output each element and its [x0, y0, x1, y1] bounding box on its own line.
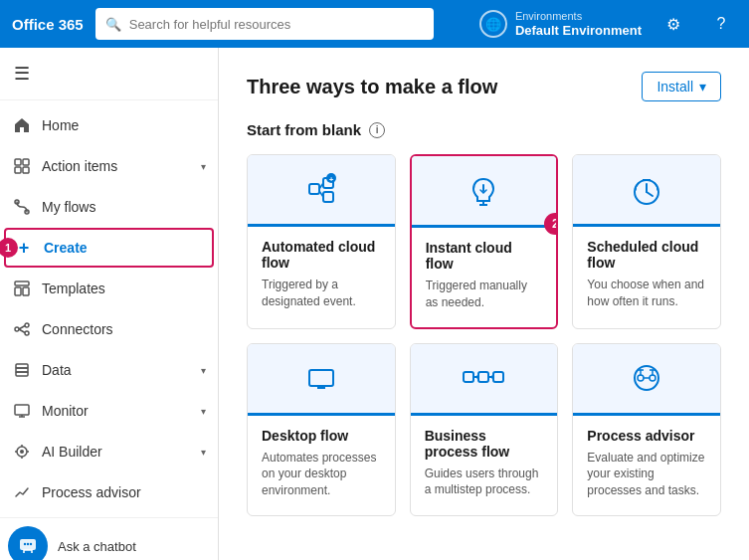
header-right: 🌐 Environments Default Environment ⚙ ?	[479, 8, 737, 40]
hamburger-button[interactable]: ☰	[4, 56, 40, 92]
info-icon[interactable]: i	[369, 122, 385, 138]
instant-card-top: 2	[412, 156, 557, 228]
svg-point-56	[650, 375, 655, 381]
scheduled-card-top	[573, 155, 720, 227]
install-button[interactable]: Install ▾	[642, 72, 721, 101]
sidebar-item-my-flows[interactable]: My flows	[4, 187, 214, 227]
help-button[interactable]: ?	[705, 8, 737, 40]
instant-card-title: Instant cloud flow	[426, 240, 543, 272]
data-chevron: ▾	[201, 365, 206, 376]
sidebar-item-ai-builder-label: AI Builder	[42, 444, 191, 460]
search-input[interactable]	[129, 17, 424, 32]
app-header: Office 365 🔍 🌐 Environments Default Envi…	[0, 0, 749, 48]
sidebar-item-ai-builder[interactable]: AI Builder ▾	[4, 432, 214, 471]
desktop-card-desc: Automates processes on your desktop envi…	[262, 450, 381, 499]
flow-card-desktop[interactable]: Desktop flow Automates processes on your…	[247, 343, 396, 516]
sidebar-item-data[interactable]: Data ▾	[4, 350, 214, 390]
monitor-chevron: ▾	[201, 406, 206, 417]
sidebar-item-monitor[interactable]: Monitor ▾	[4, 391, 214, 431]
search-bar[interactable]: 🔍	[95, 8, 434, 40]
ai-builder-icon	[12, 442, 32, 462]
sidebar-item-process-advisor[interactable]: Process advisor	[4, 472, 214, 512]
scheduled-card-body: Scheduled cloud flow You choose when and…	[573, 239, 720, 310]
svg-line-42	[647, 192, 653, 196]
action-items-icon	[12, 156, 32, 176]
svg-line-13	[19, 329, 25, 333]
business-process-card-body: Business process flow Guides users throu…	[411, 428, 558, 499]
svg-point-21	[20, 450, 24, 454]
svg-rect-1	[23, 159, 29, 165]
sidebar-item-home-label: Home	[42, 117, 206, 133]
svg-point-29	[30, 543, 32, 545]
sidebar-item-connectors[interactable]: Connectors	[4, 309, 214, 349]
instant-card-body: Instant cloud flow Triggered manually as…	[412, 240, 557, 311]
svg-rect-44	[309, 370, 333, 386]
sidebar-item-data-label: Data	[42, 362, 191, 378]
templates-icon	[12, 279, 32, 298]
process-advisor-card-title: Process advisor	[587, 428, 706, 444]
ai-builder-chevron: ▾	[201, 447, 206, 458]
desktop-card-title: Desktop flow	[262, 428, 381, 444]
svg-point-11	[25, 331, 29, 335]
svg-rect-47	[464, 372, 473, 382]
connectors-icon	[12, 319, 32, 339]
flow-card-automated[interactable]: + Automated cloud flow Triggered by a de…	[247, 154, 396, 329]
svg-rect-0	[15, 159, 21, 165]
sidebar-item-home[interactable]: Home	[4, 105, 214, 145]
scheduled-card-desc: You choose when and how often it runs.	[587, 277, 706, 310]
flow-card-scheduled[interactable]: Scheduled cloud flow You choose when and…	[572, 154, 721, 329]
business-process-card-title: Business process flow	[425, 428, 544, 460]
svg-rect-17	[15, 405, 29, 415]
instant-card-desc: Triggered manually as needed.	[426, 278, 543, 311]
section-start-from-blank: Start from blank i	[247, 121, 721, 138]
sidebar-item-create[interactable]: 1 + Create	[4, 228, 214, 268]
sidebar-top: ☰	[0, 48, 218, 100]
svg-rect-3	[23, 167, 29, 173]
desktop-card-top	[248, 344, 395, 416]
settings-button[interactable]: ⚙	[657, 8, 689, 40]
automated-card-title: Automated cloud flow	[262, 239, 381, 271]
environment-selector[interactable]: 🌐 Environments Default Environment	[479, 10, 642, 39]
scheduled-card-title: Scheduled cloud flow	[587, 239, 706, 271]
chatbot-label: Ask a chatbot	[58, 539, 136, 554]
sidebar-item-action-items[interactable]: Action items ▾	[4, 146, 214, 186]
flow-card-instant[interactable]: 2 Instant cloud flow Triggered manually …	[410, 154, 559, 329]
svg-rect-32	[323, 192, 333, 202]
section-label-text: Start from blank	[247, 121, 361, 138]
sidebar-item-create-label: Create	[44, 240, 204, 256]
svg-text:+: +	[328, 175, 333, 184]
svg-rect-8	[23, 287, 29, 295]
svg-point-9	[15, 327, 19, 331]
svg-point-27	[24, 543, 26, 545]
desktop-card-body: Desktop flow Automates processes on your…	[248, 428, 395, 499]
svg-rect-30	[309, 184, 319, 194]
app-body: ☰ Home Action items ▾ My flows	[0, 48, 749, 560]
environment-icon: 🌐	[479, 10, 507, 38]
automated-card-desc: Triggered by a designated event.	[262, 277, 381, 310]
action-items-chevron: ▾	[201, 161, 206, 172]
data-icon	[12, 360, 32, 380]
install-label: Install	[656, 79, 693, 94]
flow-card-process-advisor[interactable]: Process advisor Evaluate and optimize yo…	[572, 343, 721, 516]
sidebar-nav: Home Action items ▾ My flows 1 + Create	[0, 100, 218, 517]
environment-label: Environments	[515, 10, 642, 23]
chatbot-button[interactable]	[8, 526, 48, 560]
process-advisor-card-desc: Evaluate and optimize your existing proc…	[587, 450, 706, 499]
sidebar-item-templates[interactable]: Templates	[4, 269, 214, 308]
svg-rect-49	[493, 372, 503, 382]
flow-cards-grid: + Automated cloud flow Triggered by a de…	[247, 154, 721, 516]
home-icon	[12, 115, 32, 135]
svg-point-10	[25, 323, 29, 327]
process-advisor-card-body: Process advisor Evaluate and optimize yo…	[573, 428, 720, 499]
svg-rect-6	[15, 281, 29, 285]
flow-card-business-process[interactable]: Business process flow Guides users throu…	[410, 343, 559, 516]
business-process-card-top	[411, 344, 558, 416]
app-logo: Office 365	[12, 16, 84, 33]
sidebar-bottom: Ask a chatbot	[0, 517, 218, 560]
sidebar-item-process-advisor-label: Process advisor	[42, 484, 206, 500]
svg-point-55	[638, 375, 644, 381]
automated-card-body: Automated cloud flow Triggered by a desi…	[248, 239, 395, 310]
install-chevron-icon: ▾	[699, 79, 706, 94]
sidebar-item-action-items-label: Action items	[42, 158, 191, 174]
svg-rect-7	[15, 287, 21, 295]
